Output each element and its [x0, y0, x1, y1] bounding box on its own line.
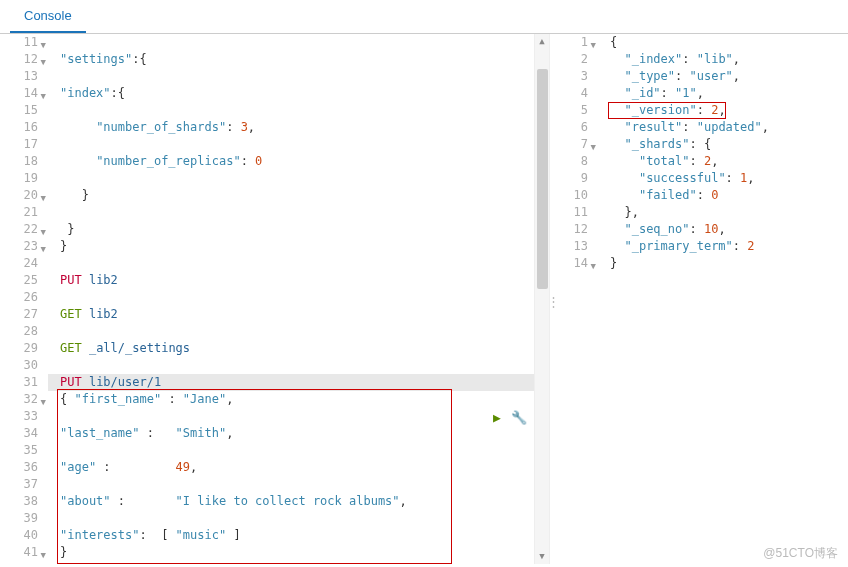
fold-toggle-icon[interactable]: ▼ — [41, 394, 46, 411]
code-line[interactable]: "age" : 49, — [48, 459, 549, 476]
code-line[interactable] — [48, 170, 549, 187]
code-line[interactable] — [48, 510, 549, 527]
fold-toggle-icon[interactable]: ▼ — [41, 224, 46, 241]
response-code: { "_index": "lib", "_type": "user", "_id… — [598, 34, 848, 564]
scroll-up-icon[interactable]: ▲ — [535, 34, 549, 49]
code-line[interactable] — [48, 255, 549, 272]
code-line[interactable]: }, — [598, 204, 848, 221]
fold-toggle-icon[interactable]: ▼ — [41, 54, 46, 71]
code-line[interactable]: GET _all/_settings — [48, 340, 549, 357]
code-line[interactable] — [48, 68, 549, 85]
code-line[interactable]: "settings":{ — [48, 51, 549, 68]
code-line[interactable]: } — [48, 187, 549, 204]
fold-toggle-icon[interactable]: ▼ — [41, 88, 46, 105]
code-line[interactable]: GET lib2 — [48, 306, 549, 323]
code-line[interactable]: "successful": 1, — [598, 170, 848, 187]
request-actions: ▶ 🔧 — [489, 409, 527, 425]
code-line[interactable]: "result": "updated", — [598, 119, 848, 136]
workspace: 11▼12▼1314▼151617181920▼2122▼23▼24252627… — [0, 34, 848, 564]
fold-toggle-icon[interactable]: ▼ — [591, 37, 596, 54]
code-line[interactable] — [48, 136, 549, 153]
scroll-down-icon[interactable]: ▼ — [535, 549, 549, 564]
fold-toggle-icon[interactable]: ▼ — [591, 139, 596, 156]
code-line[interactable]: { — [598, 34, 848, 51]
code-line[interactable]: "_type": "user", — [598, 68, 848, 85]
tab-bar: Console — [0, 0, 848, 34]
code-line[interactable] — [48, 476, 549, 493]
request-gutter: 11▼12▼1314▼151617181920▼2122▼23▼24252627… — [0, 34, 48, 564]
code-line[interactable]: PUT lib/user/1 — [48, 374, 549, 391]
code-line[interactable]: "number_of_shards": 3, — [48, 119, 549, 136]
code-line[interactable]: "_primary_term": 2 — [598, 238, 848, 255]
code-line[interactable]: } — [48, 238, 549, 255]
code-line[interactable]: } — [48, 544, 549, 561]
code-line[interactable]: "_seq_no": 10, — [598, 221, 848, 238]
code-line[interactable]: } — [48, 221, 549, 238]
code-line[interactable]: "total": 2, — [598, 153, 848, 170]
request-code[interactable]: "settings":{"index":{ "number_of_shards"… — [48, 34, 549, 564]
code-line[interactable]: "interests": [ "music" ] — [48, 527, 549, 544]
code-line[interactable]: "about" : "I like to collect rock albums… — [48, 493, 549, 510]
code-line[interactable]: "failed": 0 — [598, 187, 848, 204]
fold-toggle-icon[interactable]: ▼ — [41, 547, 46, 564]
fold-toggle-icon[interactable]: ▼ — [41, 37, 46, 54]
code-line[interactable] — [48, 204, 549, 221]
pane-resize-handle[interactable]: ⋮ — [547, 299, 553, 317]
wrench-icon[interactable]: 🔧 — [511, 409, 527, 425]
run-icon[interactable]: ▶ — [489, 409, 505, 425]
fold-toggle-icon[interactable]: ▼ — [41, 241, 46, 258]
code-line[interactable]: "_index": "lib", — [598, 51, 848, 68]
code-line[interactable]: PUT lib2 — [48, 272, 549, 289]
code-line[interactable]: "last_name" : "Smith", — [48, 425, 549, 442]
fold-toggle-icon[interactable]: ▼ — [41, 190, 46, 207]
code-line[interactable] — [48, 34, 549, 51]
code-line[interactable]: "number_of_replicas": 0 — [48, 153, 549, 170]
code-line[interactable] — [48, 357, 549, 374]
watermark-text: @51CTO博客 — [763, 545, 838, 562]
code-line[interactable] — [48, 289, 549, 306]
code-line[interactable]: "_version": 2, — [598, 102, 848, 119]
code-line[interactable] — [48, 408, 549, 425]
code-line[interactable] — [48, 323, 549, 340]
code-line[interactable]: "_shards": { — [598, 136, 848, 153]
tab-console[interactable]: Console — [10, 0, 86, 33]
code-line[interactable]: "_id": "1", — [598, 85, 848, 102]
code-line[interactable] — [48, 442, 549, 459]
fold-toggle-icon[interactable]: ▼ — [591, 258, 596, 275]
request-editor[interactable]: 11▼12▼1314▼151617181920▼2122▼23▼24252627… — [0, 34, 549, 564]
scroll-thumb[interactable] — [537, 69, 548, 289]
request-pane: 11▼12▼1314▼151617181920▼2122▼23▼24252627… — [0, 34, 550, 564]
code-line[interactable]: "index":{ — [48, 85, 549, 102]
response-editor: 1▼234567▼891011121314▼ { "_index": "lib"… — [550, 34, 848, 564]
response-pane: ⋮ 1▼234567▼891011121314▼ { "_index": "li… — [550, 34, 848, 564]
code-line[interactable]: { "first_name" : "Jane", — [48, 391, 549, 408]
code-line[interactable] — [48, 102, 549, 119]
code-line[interactable]: } — [598, 255, 848, 272]
